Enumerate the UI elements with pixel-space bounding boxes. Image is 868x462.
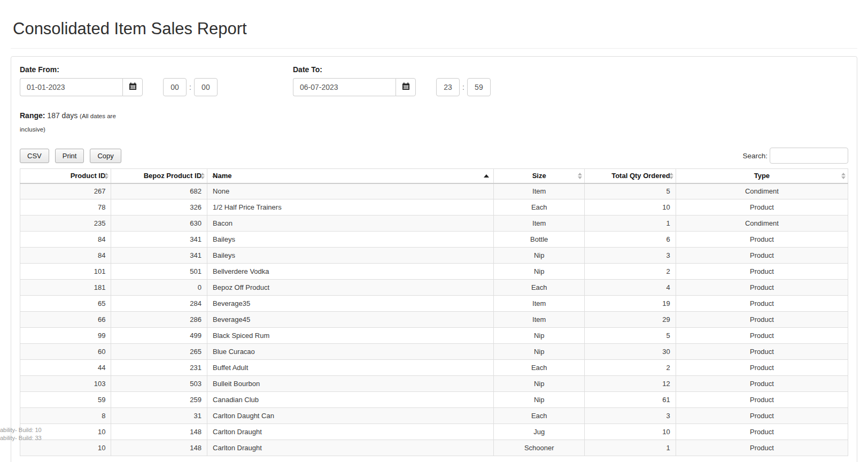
table-cell: Bacon (207, 215, 494, 232)
table-cell: Carlton Draught (207, 424, 494, 440)
column-header-name[interactable]: Name (207, 169, 494, 183)
table-cell: 31 (111, 408, 207, 424)
table-cell: 4 (585, 280, 676, 296)
table-row: 10148Carlton DraughtJug10Product (20, 424, 848, 440)
build-info-overlay: ability- Build: 10 ability- Build: 33 (0, 426, 42, 442)
table-cell: 259 (111, 392, 207, 408)
table-cell: Product (676, 248, 848, 264)
table-row: 235630BaconItem1Condiment (20, 215, 848, 232)
table-cell: Product (676, 312, 848, 328)
toolbar: CSV Print Copy Search: (20, 148, 848, 164)
copy-button[interactable]: Copy (90, 149, 121, 163)
table-cell: 326 (111, 199, 207, 215)
table-cell: Product (676, 344, 848, 360)
table-cell: Blue Curacao (207, 344, 494, 360)
table-header-row: Product ID Bepoz Product ID Name Size (20, 169, 848, 183)
table-cell: Bepoz Off Product (207, 280, 494, 296)
table-cell: Product (676, 440, 848, 456)
table-cell: Nip (494, 344, 585, 360)
table-cell: Product (676, 392, 848, 408)
column-header-bepoz-product-id[interactable]: Bepoz Product ID (111, 169, 207, 183)
table-cell: Bellverdere Vodka (207, 264, 494, 280)
table-cell: Condiment (676, 215, 848, 232)
table-cell: Beverage35 (207, 296, 494, 312)
table-cell: 12 (585, 376, 676, 392)
print-button[interactable]: Print (55, 149, 84, 163)
table-cell: 3 (585, 408, 676, 424)
time-separator: : (189, 83, 191, 91)
search-input[interactable] (770, 148, 848, 164)
table-cell: 6 (585, 232, 676, 248)
table-cell: Item (494, 296, 585, 312)
filters-row: Date From: (20, 63, 848, 136)
date-to-block: Date To: (293, 63, 566, 136)
table-cell: 10 (20, 440, 111, 456)
table-cell: Product (676, 408, 848, 424)
table-row: 831Carlton Daught CanEach3Product (20, 408, 848, 424)
csv-button[interactable]: CSV (20, 149, 49, 163)
table-cell: 8 (20, 408, 111, 424)
table-cell: Each (494, 360, 585, 376)
table-cell: 148 (111, 424, 207, 440)
table-cell: 60 (20, 344, 111, 360)
date-from-minute-input[interactable] (194, 78, 218, 96)
date-from-input[interactable] (20, 78, 122, 96)
table-cell: Canadian Club (207, 392, 494, 408)
table-cell: Jug (494, 424, 585, 440)
table-cell: Product (676, 199, 848, 215)
date-to-hour-input[interactable] (436, 78, 460, 96)
date-to-minute-input[interactable] (467, 78, 491, 96)
table-cell: 267 (20, 183, 111, 199)
table-cell: 181 (20, 280, 111, 296)
table-cell: Product (676, 328, 848, 344)
table-cell: 1 (585, 215, 676, 232)
report-page: Consolidated Item Sales Report Date From… (0, 0, 868, 462)
build-info-line: ability- Build: 33 (0, 434, 42, 442)
table-cell: 2 (585, 264, 676, 280)
date-to-calendar-button[interactable] (396, 78, 416, 96)
sort-icon (200, 173, 205, 179)
column-header-total-qty-ordered[interactable]: Total Qty Ordered (585, 169, 676, 183)
table-cell: Beverage45 (207, 312, 494, 328)
table-cell: Condiment (676, 183, 848, 199)
table-cell: None (207, 183, 494, 199)
table-row: 99499Black Spiced RumNip5Product (20, 328, 848, 344)
table-cell: 235 (20, 215, 111, 232)
table-cell: Each (494, 280, 585, 296)
table-cell: Product (676, 376, 848, 392)
table-cell: Schooner (494, 440, 585, 456)
table-cell: 10 (585, 199, 676, 215)
table-cell: 148 (111, 440, 207, 456)
table-cell: 78 (20, 199, 111, 215)
calendar-icon (402, 82, 410, 92)
column-header-type[interactable]: Type (676, 169, 848, 183)
table-cell: Product (676, 280, 848, 296)
date-from-hour-input[interactable] (163, 78, 187, 96)
table-cell: 59 (20, 392, 111, 408)
table-cell: Item (494, 215, 585, 232)
table-cell: 65 (20, 296, 111, 312)
sort-icon (104, 173, 108, 179)
table-cell: Product (676, 232, 848, 248)
table-cell: 30 (585, 344, 676, 360)
table-cell: Black Spiced Rum (207, 328, 494, 344)
table-cell: Carlton Draught (207, 440, 494, 456)
table-cell: Item (494, 183, 585, 199)
sort-asc-icon (484, 174, 489, 178)
table-cell: 265 (111, 344, 207, 360)
table-row: 60265Blue CuracaoNip30Product (20, 344, 848, 360)
table-body: 267682NoneItem5Condiment783261/2 Half Pr… (20, 183, 848, 456)
table-cell: 19 (585, 296, 676, 312)
column-header-product-id[interactable]: Product ID (20, 169, 111, 183)
date-from-calendar-button[interactable] (122, 78, 143, 96)
table-cell: 630 (111, 215, 207, 232)
table-cell: 1 (585, 440, 676, 456)
table-cell: 231 (111, 360, 207, 376)
table-cell: 5 (585, 328, 676, 344)
calendar-icon (129, 82, 137, 92)
table-cell: 99 (20, 328, 111, 344)
table-cell: Each (494, 199, 585, 215)
table-cell: 61 (585, 392, 676, 408)
date-to-input[interactable] (293, 78, 396, 96)
column-header-size[interactable]: Size (494, 169, 585, 183)
